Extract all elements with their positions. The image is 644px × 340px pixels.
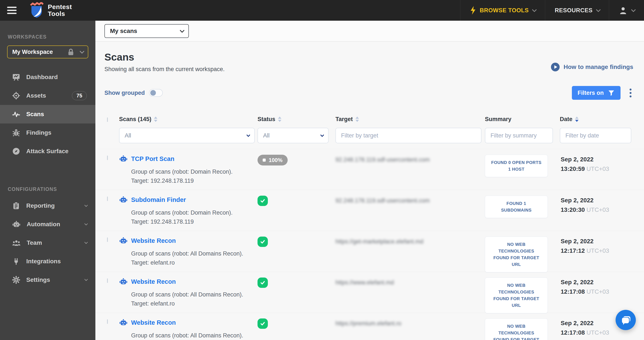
chevron-down-icon — [84, 222, 88, 226]
table-row: Subdomain Finder Group of scans (robot: … — [96, 190, 644, 231]
sidebar-item-team[interactable]: Team — [0, 234, 96, 252]
scan-scope-select[interactable]: My scans — [104, 24, 189, 38]
lock-icon — [68, 48, 74, 56]
show-grouped-control[interactable]: Show grouped — [104, 89, 163, 97]
topbar: Pentest Tools BROWSE TOOLS RESOURCES — [0, 0, 644, 21]
sidebar-item-settings[interactable]: Settings — [0, 271, 96, 289]
sidebar-nav: Dashboard Assets 75 Scans — [0, 68, 96, 161]
sidebar-item-integrations[interactable]: Integrations — [0, 252, 96, 271]
date-filter-input[interactable] — [560, 128, 631, 143]
target-value-blurred: 92.248.178.119.sdf-usercontent.com — [336, 196, 485, 204]
workspaces-section-label: WORKSPACES — [8, 34, 96, 40]
row-checkbox[interactable] — [107, 278, 108, 283]
scan-name-link[interactable]: Website Recon — [131, 237, 176, 244]
workspace-name: My Workspace — [12, 49, 68, 55]
sidebar-item-attack-surface[interactable]: Attack Surface — [0, 142, 96, 161]
sidebar-item-findings[interactable]: Findings — [0, 123, 96, 142]
assets-count-badge: 75 — [72, 91, 87, 100]
chevron-down-icon — [84, 203, 88, 207]
summary-card[interactable]: FOUND 1 SUBDOMAINS — [485, 196, 548, 218]
summary-card[interactable]: NO WEB TECHNOLOGIES FOUND FOR TARGET URL — [485, 318, 548, 340]
scope-strip: My scans — [96, 21, 644, 42]
scan-name-link[interactable]: TCP Port Scan — [131, 155, 174, 162]
sort-icon[interactable] — [154, 117, 158, 122]
show-grouped-label: Show grouped — [104, 90, 145, 96]
robot-icon — [119, 155, 128, 163]
pentest-tools-shield-icon — [30, 2, 44, 19]
sidebar-item-assets[interactable]: Assets 75 — [0, 86, 96, 105]
check-icon — [260, 198, 266, 204]
summary-card[interactable]: FOUND 0 OPEN PORTS 1 HOST — [485, 155, 548, 177]
sort-icon[interactable] — [356, 117, 359, 122]
scan-description: Group of scans (robot: Domain Recon). Ta… — [131, 208, 258, 226]
robot-icon — [119, 237, 128, 245]
scan-name-link[interactable]: Website Recon — [131, 319, 176, 326]
column-header-scans[interactable]: Scans (145) — [119, 116, 258, 123]
sidebar-item-automation[interactable]: Automation — [0, 215, 96, 234]
bug-icon — [12, 129, 20, 137]
pulse-icon — [12, 110, 20, 118]
row-checkbox[interactable] — [107, 319, 108, 324]
browse-tools-menu[interactable]: BROWSE TOOLS — [460, 0, 545, 21]
clipboard-icon — [12, 202, 20, 210]
column-header-date[interactable]: Date — [560, 116, 633, 123]
summary-filter-input[interactable] — [485, 128, 553, 143]
page-subtitle: Showing all scans from the current works… — [104, 66, 224, 73]
workspace-selector[interactable]: My Workspace — [7, 46, 88, 58]
brand-wordmark: Pentest Tools — [48, 4, 72, 17]
brand-logo[interactable]: Pentest Tools — [24, 0, 72, 21]
configurations-section-label: CONFIGURATIONS — [8, 186, 96, 192]
chat-launcher-button[interactable] — [616, 310, 636, 330]
target-value-blurred: https://get-marketplace.elefant.md — [336, 237, 485, 245]
sort-icon[interactable] — [575, 117, 578, 122]
sidebar-item-scans[interactable]: Scans — [0, 105, 96, 123]
column-header-status[interactable]: Status — [258, 116, 336, 123]
scan-name-link[interactable]: Website Recon — [131, 278, 176, 285]
sidebar: WORKSPACES My Workspace Dashboard — [0, 21, 96, 340]
row-checkbox[interactable] — [107, 196, 108, 201]
chevron-down-icon — [80, 49, 84, 54]
page-header: Scans Showing all scans from the current… — [96, 42, 644, 73]
status-done-badge — [258, 277, 268, 288]
table-options-kebab-button[interactable] — [628, 87, 633, 99]
select-all-checkbox[interactable] — [107, 117, 108, 122]
stop-icon — [263, 159, 266, 162]
resources-menu[interactable]: RESOURCES — [545, 0, 609, 21]
summary-card[interactable]: NO WEB TECHNOLOGIES FOUND FOR TARGET URL — [485, 237, 548, 272]
scan-description: Group of scans (robot: All Domains Recon… — [131, 290, 258, 308]
column-header-summary: Summary — [485, 116, 560, 123]
scan-filter-select[interactable]: All — [119, 128, 255, 143]
row-checkbox[interactable] — [107, 156, 108, 160]
check-icon — [260, 239, 266, 244]
filters-on-button[interactable]: Filters on — [572, 86, 620, 100]
date-cell: Sep 2, 2022 12:17:08UTC+03 — [560, 277, 633, 296]
column-header-target[interactable]: Target — [336, 116, 485, 123]
scan-name-link[interactable]: Subdomain Finder — [131, 196, 186, 203]
table-toolbar: Show grouped Filters on — [104, 86, 633, 100]
status-filter-select[interactable]: All — [258, 128, 328, 143]
date-cell: Sep 2, 2022 12:17:12UTC+03 — [560, 237, 633, 255]
play-circle-icon — [550, 62, 560, 72]
chevron-down-icon — [320, 133, 324, 137]
gear-icon — [12, 276, 20, 284]
sidebar-item-dashboard[interactable]: Dashboard — [0, 68, 96, 86]
target-icon — [12, 92, 20, 100]
toolbar-right: Filters on — [572, 86, 633, 100]
show-grouped-toggle[interactable] — [149, 89, 163, 97]
hamburger-menu-button[interactable] — [0, 0, 24, 21]
target-filter-input[interactable] — [336, 128, 482, 143]
sidebar-item-reporting[interactable]: Reporting — [0, 196, 96, 215]
check-icon — [260, 321, 266, 326]
row-checkbox[interactable] — [107, 237, 108, 242]
dashboard-icon — [12, 73, 20, 81]
toggle-knob — [150, 90, 156, 96]
how-to-manage-findings-link[interactable]: How to manage findings — [550, 62, 633, 73]
date-cell: Sep 2, 2022 13:20:59UTC+03 — [560, 155, 633, 174]
summary-card[interactable]: NO WEB TECHNOLOGIES FOUND FOR TARGET URL — [485, 277, 548, 313]
filter-funnel-icon — [608, 89, 615, 97]
account-menu[interactable] — [609, 0, 644, 21]
sort-icon[interactable] — [278, 117, 282, 122]
chevron-down-icon — [246, 133, 250, 137]
progress-badge: 100% — [258, 155, 288, 165]
resources-label: RESOURCES — [555, 7, 592, 14]
